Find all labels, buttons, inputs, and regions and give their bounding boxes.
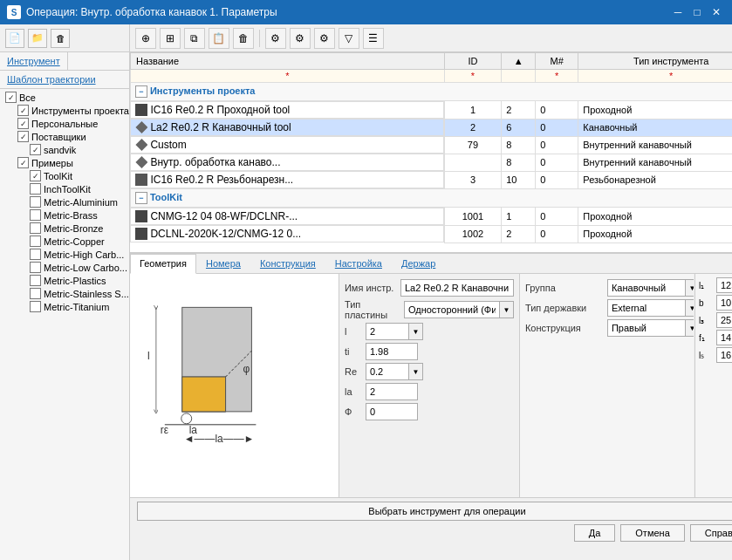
tab-держар[interactable]: Держар [392,254,445,273]
checkbox-metric-ss[interactable] [30,288,41,299]
table-row[interactable]: IC16 Re0.2 R Проходной tool120Проходной [130,101,732,120]
input-f1[interactable] [716,330,732,345]
tree-item-metric-br[interactable]: Metric-Brass [0,208,129,222]
tab-настройка[interactable]: Настройка [325,254,392,273]
close-button[interactable]: ✕ [708,3,725,21]
options-button[interactable]: ☰ [363,28,384,49]
checkbox-project[interactable] [17,105,29,116]
dropdown-arrow-l[interactable]: ▼ [409,323,423,340]
tab-конструкция[interactable]: Конструкция [250,254,325,273]
filter3-button[interactable]: ▽ [339,28,359,49]
checkbox-suppliers[interactable] [17,131,29,142]
input-phi[interactable] [366,403,418,420]
checkbox-examples[interactable] [17,157,29,168]
copy-button[interactable]: ⧉ [184,28,205,49]
tree-item-metric-lc[interactable]: Metric-Low Carbo... [0,261,129,274]
table-row[interactable]: La2 Re0.2 R Канавочный tool260Канавочный [130,119,732,136]
col-type[interactable]: Тип инструмента [578,53,732,70]
tree-item-toolkit[interactable]: ToolKit [0,169,129,182]
filter-input-2[interactable] [505,71,531,81]
checkbox-metric-lc[interactable] [30,262,41,273]
input-тип-державки[interactable] [607,299,686,317]
settings-button[interactable]: ⚙ [314,28,335,49]
col-sort[interactable]: ▲ [502,53,536,70]
tree-item-metric-hc[interactable]: Metric-High Carb... [0,248,129,261]
table-row[interactable]: DCLNL-2020K-12/CNMG-12 0...100220Проходн… [130,225,732,242]
dropdown-l[interactable]: ▼ [366,323,423,340]
select-tool-button[interactable]: Выбрать инструмент для операции [137,502,732,521]
checkbox-metric-br[interactable] [30,209,41,221]
input-l1[interactable] [716,277,732,293]
dropdown-arrow-insert-type[interactable]: ▼ [500,301,514,318]
checkbox-personal[interactable] [17,118,29,129]
input-la[interactable] [366,383,418,400]
dropdown-конструкция[interactable]: ▼ [607,319,700,337]
input-конструкция[interactable] [607,319,686,337]
tree-item-metric-ti[interactable]: Metric-Titanium [0,300,129,313]
filter-input-3[interactable] [539,71,574,81]
delete-left-button[interactable]: 🗑 [51,29,70,48]
filter-input-4[interactable] [582,71,732,81]
input-ti[interactable] [366,343,418,360]
new-tool-left-button[interactable]: 📄 [5,29,24,48]
tool-table-container[interactable]: Название ID ▲ M# Тип инструмента −Инстру… [130,52,732,253]
input-l[interactable] [366,323,409,340]
tree-item-metric-cop[interactable]: Metric-Copper [0,235,129,248]
tree-item-metric-ss[interactable]: Metric-Stainless S... [0,287,129,300]
paste-button[interactable]: 📋 [209,28,229,49]
checkbox-metric-cop[interactable] [30,236,41,247]
dropdown-тип-державки[interactable]: ▼ [607,299,700,317]
table-row[interactable]: Custom7980Внутренний канавочный [130,136,732,154]
filter-input-1[interactable] [448,71,497,81]
tree-item-all[interactable]: Все [0,91,129,104]
add-tool-button[interactable]: ⊕ [135,28,156,49]
checkbox-sandvik[interactable] [30,144,41,155]
col-m[interactable]: M# [536,53,578,70]
cancel-button[interactable]: Отмена [620,524,684,542]
table-row[interactable]: CNMG-12 04 08-WF/DCLNR-...100110Проходно… [130,208,732,226]
table-row[interactable]: IC16 Re0.2 R Резьбонарезн...3100Резьбона… [130,171,732,189]
tree-item-metric-bro[interactable]: Metric-Bronze [0,222,129,235]
section-expand[interactable]: − [135,85,147,98]
col-name[interactable]: Название [130,53,444,70]
tab-номера[interactable]: Номера [196,254,250,273]
filter-input-0[interactable] [134,71,441,81]
input-tool-name[interactable] [400,279,514,297]
minimize-button[interactable]: ─ [669,3,687,21]
checkbox-metric-pl[interactable] [30,275,41,286]
tree-item-personal[interactable]: Персональные [0,117,129,130]
nav-instrument[interactable]: Инструмент [0,52,68,70]
checkbox-all[interactable] [5,92,17,103]
input-re[interactable] [366,363,409,380]
add-from-lib-button[interactable]: ⊞ [160,28,181,49]
section-Инструменты-проекта[interactable]: −Инструменты проекта [130,83,732,101]
col-id[interactable]: ID [444,53,501,70]
diagram-scrollbar[interactable] [694,274,694,497]
nav-trajectory[interactable]: Шаблон траектории [0,71,129,89]
help-button[interactable]: Справка [690,524,732,542]
checkbox-metric-ti[interactable] [30,301,41,312]
table-row[interactable]: Внутр. обработка канаво...80Внутренний к… [130,154,732,171]
tree-item-inchtoolkit[interactable]: InchToolKit [0,182,129,195]
checkbox-metric-hc[interactable] [30,249,41,260]
ok-button[interactable]: Да [574,524,616,542]
tree-item-suppliers[interactable]: Поставщики [0,130,129,143]
tree-item-sandvik[interactable]: sandvik [0,143,129,156]
tree-item-project[interactable]: Инструменты проекта [0,104,129,117]
dropdown-insert-type[interactable]: ▼ [404,301,514,318]
checkbox-inchtoolkit[interactable] [30,183,41,195]
input-l5[interactable] [716,347,732,363]
dropdown-arrow-re[interactable]: ▼ [409,363,423,380]
input-группа[interactable] [607,279,686,297]
open-button[interactable]: 📁 [28,29,47,48]
checkbox-toolkit[interactable] [30,170,41,181]
input-b[interactable] [716,295,732,311]
dropdown-группа[interactable]: ▼ [607,279,700,297]
window-controls[interactable]: ─ □ ✕ [669,3,725,21]
checkbox-metric-bro[interactable] [30,222,41,234]
section-ToolKit[interactable]: −ToolKit [130,189,732,208]
input-insert-type[interactable] [404,301,500,318]
tree-item-examples[interactable]: Примеры [0,156,129,169]
dropdown-re[interactable]: ▼ [366,363,423,380]
filter2-button[interactable]: ⚙ [290,28,311,49]
